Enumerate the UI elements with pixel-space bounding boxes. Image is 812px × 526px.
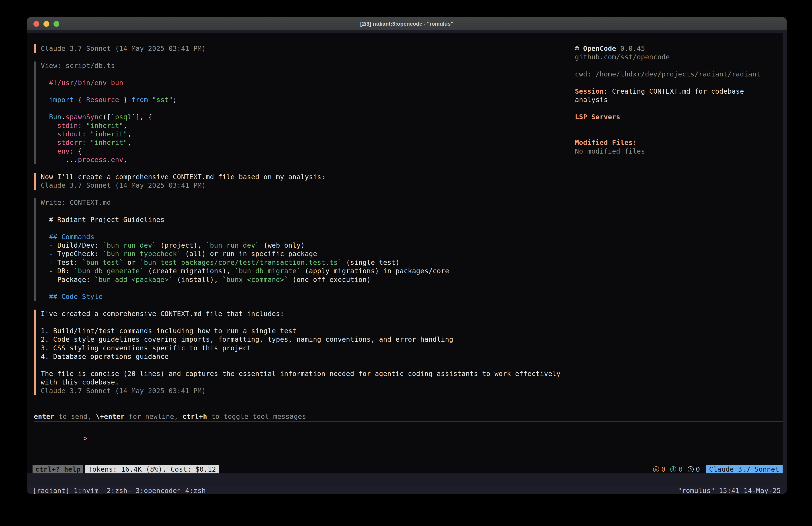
warning-count: 0 — [661, 465, 666, 473]
tokens-cost-chip: Tokens: 16.4K (8%), Cost: $0.12 — [85, 465, 219, 473]
assistant-message-block: Now I'll create a comprehensive CONTEXT.… — [34, 173, 783, 190]
tmux-status-bar: [radiant] 1:nvim 2:zsh- 3:opencode* 4:zs… — [27, 486, 787, 494]
info-count-badge: i 0 — [670, 465, 683, 473]
hint-icon: h — [688, 466, 694, 472]
keybinding-hint: enter to send, \+enter for newline, ctrl… — [34, 412, 783, 421]
window-title: [2/3] radiant:3:opencode - "romulus" — [27, 17, 787, 30]
prompt-symbol: > — [83, 435, 88, 442]
diagnostics: w 0 i 0 h 0 — [653, 465, 700, 473]
terminal-window: [2/3] radiant:3:opencode - "romulus" Cla… — [27, 17, 787, 494]
prompt-input[interactable]: > — [34, 426, 783, 434]
info-count: 0 — [679, 465, 683, 473]
info-icon: i — [670, 466, 676, 472]
sidebar: © OpenCode 0.0.45github.com/sst/opencode… — [575, 44, 780, 156]
warning-icon: w — [653, 466, 659, 472]
status-bar: ctrl+? help Tokens: 16.4K (8%), Cost: $0… — [32, 465, 783, 473]
help-keybinding-chip: ctrl+? help — [32, 465, 83, 473]
terminal-body: Claude 3.7 Sonnet (14 May 2025 03:41 PM)… — [27, 30, 787, 494]
tmux-windows-list[interactable]: [radiant] 1:nvim 2:zsh- 3:opencode* 4:zs… — [32, 487, 206, 494]
hint-count: 0 — [696, 465, 700, 473]
opencode-tui: Claude 3.7 Sonnet (14 May 2025 03:41 PM)… — [27, 33, 783, 473]
assistant-summary-block: I've created a comprehensive CONTEXT.md … — [34, 310, 783, 395]
screen: [2/3] radiant:3:opencode - "romulus" Cla… — [0, 0, 812, 526]
model-badge: Claude 3.7 Sonnet — [706, 465, 783, 473]
hint-count-badge: h 0 — [688, 465, 700, 473]
tmux-session-clock: "romulus" 15:41 14-May-25 — [678, 487, 781, 494]
titlebar[interactable]: [2/3] radiant:3:opencode - "romulus" — [27, 17, 787, 30]
warning-count-badge: w 0 — [653, 465, 666, 473]
status-right: w 0 i 0 h 0 Claude 3 — [653, 465, 783, 473]
input-separator — [34, 421, 783, 422]
tool-write-block: Write: CONTEXT.md # Radiant Project Guid… — [34, 198, 783, 301]
